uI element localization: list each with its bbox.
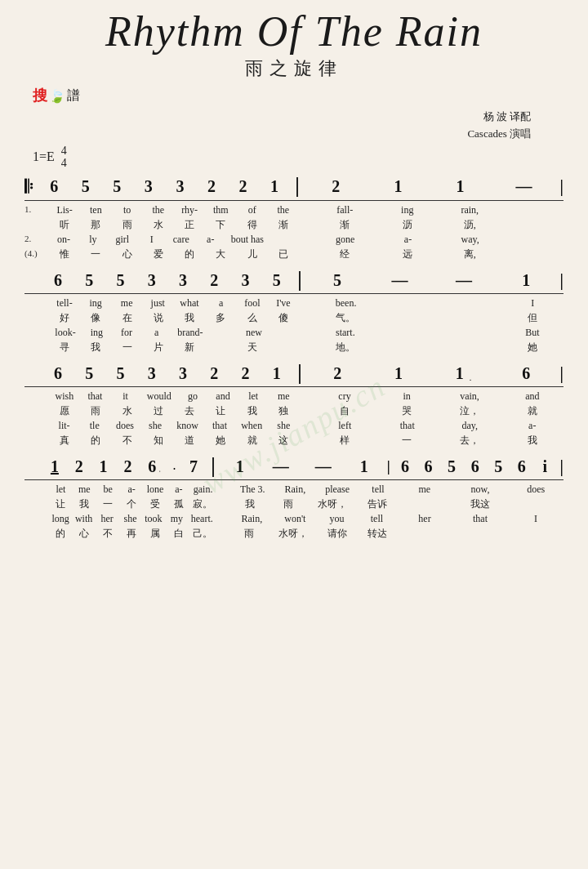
lyric-row: (4.) 惟 一 心 爱 的 大 儿 已 经 远 离, (24, 247, 564, 261)
section3-notes: 6 5 5 3 3 2 2 1 2 1 1 . 6 | (24, 364, 564, 387)
lyric-row: look- ing for a brand- new start. But (24, 325, 564, 340)
chinese-title: 雨之旋律 (24, 56, 564, 81)
end-bar: | (560, 271, 564, 290)
lyric-row: 愿 雨 水 过 去 让 我 独 自 哭 泣， 就 (24, 403, 564, 418)
notes-right-1: 2 1 1 — (305, 177, 556, 196)
notes-right-4b: 6 6 5 6 5 6 i (394, 457, 557, 476)
end-bar: | (560, 177, 564, 196)
lyric-row: 让 我 一 个 受 孤 寂。 我 雨 水呀， 告诉 我这 (24, 497, 564, 511)
lyric-row: lit- tle does she know that when she lef… (24, 418, 564, 433)
lyric-row: 听 那 雨 水 正 下 得 渐 渐 沥 沥, (24, 217, 564, 232)
notes-right-4a: 1 — — 1 (220, 457, 384, 476)
section-1: 𝄆 6 5 5 3 3 2 2 1 2 1 1 — | 1. (24, 176, 564, 261)
section2-lyrics: tell- ing me just what a fool I've been.… (24, 296, 564, 354)
section3-lyrics: wish that it would go and let me cry in … (24, 389, 564, 448)
notes-right-3: 2 1 1 . 6 (307, 364, 557, 383)
lyric-row: 好 像 在 说 我 多 么 傻 气。 但 (24, 310, 564, 325)
notes-left-1: 6 5 5 3 3 2 2 1 (38, 177, 290, 196)
bar-separator (299, 364, 301, 384)
notes-left-2: 6 5 5 3 3 2 3 5 (42, 271, 292, 290)
section-3: 6 5 5 3 3 2 2 1 2 1 1 . 6 | (24, 364, 564, 448)
section2-notes: 6 5 5 3 3 2 3 5 5 — — 1 | (24, 271, 564, 294)
bar-separator (299, 271, 301, 291)
lyric-row: 1. Lis- ten to the rhy- thm of the fall-… (24, 203, 564, 217)
main-title: Rhythm Of The Rain (24, 8, 564, 55)
logo-score: 譜 (67, 87, 80, 105)
section4-notes: 1 2 1 2 6 ̣ . 7 1 — — 1 | 6 (24, 457, 564, 480)
notes-left-3: 6 5 5 3 3 2 2 1 (42, 364, 292, 383)
attribution-line2: Cascades 演唱 (24, 126, 531, 143)
logo-leaf-icon: 🍃 (49, 88, 65, 104)
repeat-sign: 𝄆 (24, 176, 33, 198)
logo-text: 搜 (33, 86, 47, 105)
notes-right-2: 5 — — 1 (307, 271, 557, 290)
key-signature: 1=E 4 4 (33, 145, 564, 170)
section-4: 1 2 1 2 6 ̣ . 7 1 — — 1 | 6 (24, 457, 564, 541)
section1-lyrics: 1. Lis- ten to the rhy- thm of the fall-… (24, 203, 564, 261)
lyric-row: let me be a- lone a- gain. The 3. Rain, … (24, 482, 564, 497)
bar-separator (296, 177, 298, 197)
section-2: 6 5 5 3 3 2 3 5 5 — — 1 | tell- (24, 271, 564, 354)
end-bar: | (560, 364, 564, 383)
logo-area: 搜 🍃 譜 (33, 86, 564, 105)
notes-left-4: 1 2 1 2 6 ̣ . 7 (42, 457, 206, 476)
lyric-row: wish that it would go and let me cry in … (24, 389, 564, 403)
key-label: 1=E (33, 149, 55, 164)
lyric-row: long with her she took my heart. Rain, w… (24, 511, 564, 526)
section4-lyrics: let me be a- lone a- gain. The 3. Rain, … (24, 482, 564, 541)
lyric-row: tell- ing me just what a fool I've been.… (24, 296, 564, 310)
end-bar: | (560, 457, 564, 476)
page: www.jianpu.cn Rhythm Of The Rain 雨之旋律 搜 … (0, 0, 588, 869)
lyric-row: 的 心 不 再 属 白 己。 雨 水呀， 请你 转达 (24, 526, 564, 541)
lyric-row: 寻 我 一 片 新 天 地。 她 (24, 340, 564, 354)
lyric-row: 2. on- ly girl I care a- bout has gone a… (24, 232, 564, 247)
section1-notes: 𝄆 6 5 5 3 3 2 2 1 2 1 1 — | (24, 176, 564, 201)
bar-separator (212, 457, 214, 477)
lyric-row: 真 的 不 知 道 她 就 这 样 一 去， 我 (24, 433, 564, 448)
time-signature: 4 4 (61, 145, 67, 170)
attribution-line1: 杨 波 译配 (24, 109, 531, 126)
attribution: 杨 波 译配 Cascades 演唱 (24, 109, 531, 143)
